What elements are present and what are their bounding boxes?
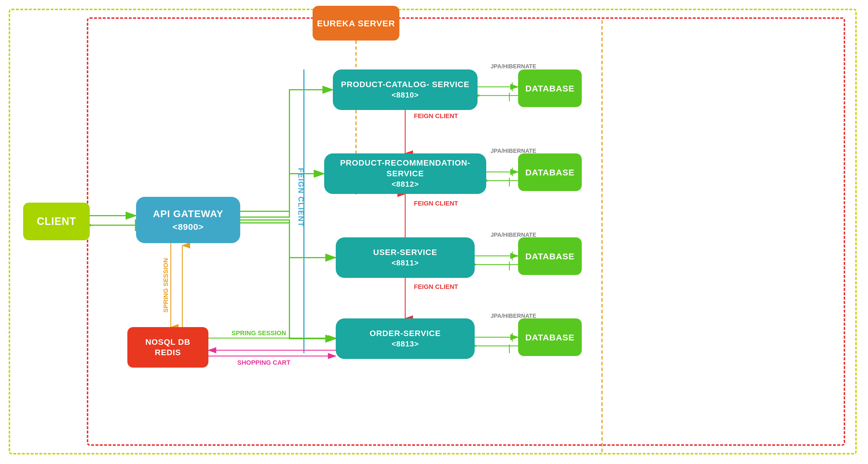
client-node: CLIENT <box>23 203 90 240</box>
database-3-label: DATABASE <box>525 251 575 262</box>
database-1-label: DATABASE <box>525 83 575 94</box>
order-service-node: ORDER-SERVICE<8813> <box>336 318 475 359</box>
database-4-node: DATABASE <box>518 318 582 356</box>
feign-client-vertical-label: FEIGN CLIENT <box>297 168 305 227</box>
diagram-container: EUREKA SERVER CLIENT API GATEWAY<8900> N… <box>0 0 868 464</box>
jpa-hibernate-2-label: JPA/HIBERNATE <box>491 148 536 154</box>
product-catalog-label: PRODUCT-CATALOG- SERVICE<8810> <box>341 79 469 100</box>
product-catalog-node: PRODUCT-CATALOG- SERVICE<8810> <box>333 69 477 110</box>
api-gateway-label: API GATEWAY<8900> <box>153 207 223 233</box>
eureka-server-label: EUREKA SERVER <box>317 18 395 29</box>
jpa-hibernate-1-label: JPA/HIBERNATE <box>491 63 536 70</box>
product-recommendation-label: PRODUCT-RECOMMENDATION-SERVICE<8812> <box>324 158 486 189</box>
user-service-node: USER-SERVICE<8811> <box>336 237 475 278</box>
feign-client-1-label: FEIGN CLIENT <box>414 112 458 120</box>
api-gateway-node: API GATEWAY<8900> <box>136 197 240 243</box>
spring-session-horizontal-label: SPRING SESSION <box>231 330 286 337</box>
eureka-server-node: EUREKA SERVER <box>313 6 399 40</box>
feign-client-2-label: FEIGN CLIENT <box>414 200 458 207</box>
database-3-node: DATABASE <box>518 237 582 275</box>
database-2-node: DATABASE <box>518 153 582 191</box>
database-1-node: DATABASE <box>518 69 582 107</box>
client-label: CLIENT <box>37 215 76 228</box>
spring-session-vertical-label: SPRING SESSION <box>162 258 169 313</box>
jpa-hibernate-3-label: JPA/HIBERNATE <box>491 231 536 238</box>
database-2-label: DATABASE <box>525 167 575 178</box>
jpa-hibernate-4-label: JPA/HIBERNATE <box>491 313 536 319</box>
feign-client-3-label: FEIGN CLIENT <box>414 283 458 290</box>
database-4-label: DATABASE <box>525 332 575 343</box>
product-recommendation-node: PRODUCT-RECOMMENDATION-SERVICE<8812> <box>324 153 486 194</box>
nosql-label: NOSQL DBREDIS <box>145 337 190 358</box>
nosql-db-node: NOSQL DBREDIS <box>127 327 208 368</box>
user-service-label: USER-SERVICE<8811> <box>373 247 437 268</box>
order-service-label: ORDER-SERVICE<8813> <box>370 328 441 349</box>
shopping-cart-label: SHOPPING CART <box>237 359 290 367</box>
